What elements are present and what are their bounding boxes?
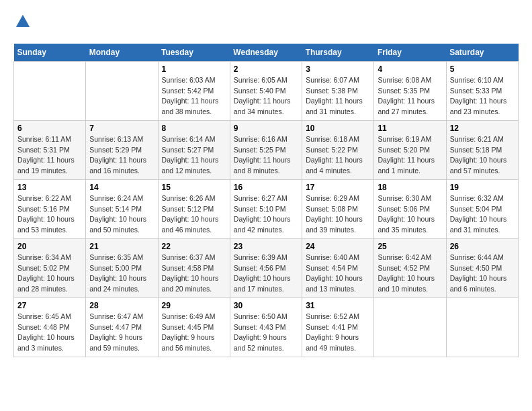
day-number: 22 <box>162 242 226 251</box>
day-number: 31 <box>306 301 370 310</box>
day-number: 28 <box>89 301 154 310</box>
calendar-cell: 14Sunrise: 6:24 AMSunset: 5:14 PMDayligh… <box>86 179 158 238</box>
day-info: Sunrise: 6:32 AMSunset: 5:04 PMDaylight:… <box>450 193 515 236</box>
calendar-cell: 15Sunrise: 6:26 AMSunset: 5:12 PMDayligh… <box>158 179 230 238</box>
week-row-3: 13Sunrise: 6:22 AMSunset: 5:16 PMDayligh… <box>14 179 519 238</box>
calendar-cell: 23Sunrise: 6:39 AMSunset: 4:56 PMDayligh… <box>230 238 302 298</box>
calendar-table: SundayMondayTuesdayWednesdayThursdayFrid… <box>13 44 519 357</box>
calendar-cell: 21Sunrise: 6:35 AMSunset: 5:00 PMDayligh… <box>86 238 158 298</box>
day-info: Sunrise: 6:44 AMSunset: 4:50 PMDaylight:… <box>450 253 515 295</box>
day-number: 14 <box>89 183 154 192</box>
day-number: 2 <box>234 64 298 74</box>
calendar-cell: 17Sunrise: 6:29 AMSunset: 5:08 PMDayligh… <box>302 179 374 238</box>
column-header-wednesday: Wednesday <box>230 44 302 62</box>
day-info: Sunrise: 6:35 AMSunset: 5:00 PMDaylight:… <box>89 253 154 295</box>
day-number: 11 <box>378 124 442 133</box>
column-header-sunday: Sunday <box>14 44 86 62</box>
column-header-friday: Friday <box>374 44 446 62</box>
calendar-cell: 20Sunrise: 6:34 AMSunset: 5:02 PMDayligh… <box>14 238 86 298</box>
calendar-cell: 22Sunrise: 6:37 AMSunset: 4:58 PMDayligh… <box>158 238 230 298</box>
calendar-cell: 11Sunrise: 6:19 AMSunset: 5:20 PMDayligh… <box>374 120 446 179</box>
day-number: 30 <box>234 301 298 310</box>
day-number: 29 <box>162 301 226 310</box>
week-row-1: 1Sunrise: 6:03 AMSunset: 5:42 PMDaylight… <box>14 61 519 120</box>
day-number: 13 <box>17 183 82 192</box>
calendar-cell: 16Sunrise: 6:27 AMSunset: 5:10 PMDayligh… <box>230 179 302 238</box>
calendar-cell: 28Sunrise: 6:47 AMSunset: 4:47 PMDayligh… <box>86 298 158 357</box>
column-header-row: SundayMondayTuesdayWednesdayThursdayFrid… <box>14 44 519 62</box>
day-number: 19 <box>450 183 515 192</box>
calendar-cell: 12Sunrise: 6:21 AMSunset: 5:18 PMDayligh… <box>446 120 518 179</box>
day-info: Sunrise: 6:30 AMSunset: 5:06 PMDaylight:… <box>378 193 442 236</box>
day-info: Sunrise: 6:42 AMSunset: 4:52 PMDaylight:… <box>378 253 442 295</box>
day-number: 20 <box>17 242 82 251</box>
day-number: 25 <box>378 242 442 251</box>
day-number: 15 <box>162 183 226 192</box>
day-info: Sunrise: 6:14 AMSunset: 5:27 PMDaylight:… <box>162 134 226 177</box>
day-info: Sunrise: 6:49 AMSunset: 4:45 PMDaylight:… <box>162 312 226 354</box>
day-number: 27 <box>17 301 82 310</box>
day-number: 23 <box>234 242 298 251</box>
day-info: Sunrise: 6:21 AMSunset: 5:18 PMDaylight:… <box>450 134 515 177</box>
calendar-cell <box>86 61 158 120</box>
calendar-cell <box>14 61 86 120</box>
day-number: 5 <box>450 64 515 74</box>
day-info: Sunrise: 6:08 AMSunset: 5:35 PMDaylight:… <box>378 75 442 118</box>
calendar-cell: 6Sunrise: 6:11 AMSunset: 5:31 PMDaylight… <box>14 120 86 179</box>
day-number: 3 <box>306 64 370 74</box>
day-info: Sunrise: 6:22 AMSunset: 5:16 PMDaylight:… <box>17 193 82 236</box>
day-info: Sunrise: 6:11 AMSunset: 5:31 PMDaylight:… <box>17 134 82 177</box>
calendar-cell: 5Sunrise: 6:10 AMSunset: 5:33 PMDaylight… <box>446 61 518 120</box>
calendar-cell: 24Sunrise: 6:40 AMSunset: 4:54 PMDayligh… <box>302 238 374 298</box>
calendar-cell: 30Sunrise: 6:50 AMSunset: 4:43 PMDayligh… <box>230 298 302 357</box>
day-number: 26 <box>450 242 515 251</box>
calendar-cell: 29Sunrise: 6:49 AMSunset: 4:45 PMDayligh… <box>158 298 230 357</box>
week-row-4: 20Sunrise: 6:34 AMSunset: 5:02 PMDayligh… <box>14 238 519 298</box>
column-header-monday: Monday <box>86 44 158 62</box>
calendar-cell: 9Sunrise: 6:16 AMSunset: 5:25 PMDaylight… <box>230 120 302 179</box>
day-info: Sunrise: 6:16 AMSunset: 5:25 PMDaylight:… <box>234 134 298 177</box>
day-info: Sunrise: 6:34 AMSunset: 5:02 PMDaylight:… <box>17 253 82 295</box>
calendar-cell: 7Sunrise: 6:13 AMSunset: 5:29 PMDaylight… <box>86 120 158 179</box>
day-info: Sunrise: 6:40 AMSunset: 4:54 PMDaylight:… <box>306 253 370 295</box>
calendar-cell: 27Sunrise: 6:45 AMSunset: 4:48 PMDayligh… <box>14 298 86 357</box>
day-info: Sunrise: 6:24 AMSunset: 5:14 PMDaylight:… <box>89 193 154 236</box>
calendar-cell: 19Sunrise: 6:32 AMSunset: 5:04 PMDayligh… <box>446 179 518 238</box>
calendar-cell: 25Sunrise: 6:42 AMSunset: 4:52 PMDayligh… <box>374 238 446 298</box>
calendar-cell: 31Sunrise: 6:52 AMSunset: 4:41 PMDayligh… <box>302 298 374 357</box>
day-number: 16 <box>234 183 298 192</box>
calendar-cell: 10Sunrise: 6:18 AMSunset: 5:22 PMDayligh… <box>302 120 374 179</box>
day-number: 18 <box>378 183 442 192</box>
logo <box>13 13 31 33</box>
calendar-cell: 13Sunrise: 6:22 AMSunset: 5:16 PMDayligh… <box>14 179 86 238</box>
day-info: Sunrise: 6:05 AMSunset: 5:40 PMDaylight:… <box>234 75 298 118</box>
day-number: 4 <box>378 64 442 74</box>
day-info: Sunrise: 6:47 AMSunset: 4:47 PMDaylight:… <box>89 312 154 354</box>
day-number: 10 <box>306 124 370 133</box>
logo-icon <box>15 13 31 30</box>
svg-marker-0 <box>16 15 30 27</box>
day-info: Sunrise: 6:26 AMSunset: 5:12 PMDaylight:… <box>162 193 226 236</box>
day-info: Sunrise: 6:13 AMSunset: 5:29 PMDaylight:… <box>89 134 154 177</box>
calendar-cell: 4Sunrise: 6:08 AMSunset: 5:35 PMDaylight… <box>374 61 446 120</box>
day-info: Sunrise: 6:18 AMSunset: 5:22 PMDaylight:… <box>306 134 370 177</box>
day-number: 12 <box>450 124 515 133</box>
day-info: Sunrise: 6:19 AMSunset: 5:20 PMDaylight:… <box>378 134 442 177</box>
column-header-thursday: Thursday <box>302 44 374 62</box>
day-info: Sunrise: 6:03 AMSunset: 5:42 PMDaylight:… <box>162 75 226 118</box>
day-info: Sunrise: 6:37 AMSunset: 4:58 PMDaylight:… <box>162 253 226 295</box>
calendar-cell: 26Sunrise: 6:44 AMSunset: 4:50 PMDayligh… <box>446 238 518 298</box>
calendar-cell: 3Sunrise: 6:07 AMSunset: 5:38 PMDaylight… <box>302 61 374 120</box>
column-header-tuesday: Tuesday <box>158 44 230 62</box>
day-number: 8 <box>162 124 226 133</box>
week-row-5: 27Sunrise: 6:45 AMSunset: 4:48 PMDayligh… <box>14 298 519 357</box>
calendar-cell <box>374 298 446 357</box>
day-info: Sunrise: 6:29 AMSunset: 5:08 PMDaylight:… <box>306 193 370 236</box>
day-number: 24 <box>306 242 370 251</box>
calendar-cell: 8Sunrise: 6:14 AMSunset: 5:27 PMDaylight… <box>158 120 230 179</box>
column-header-saturday: Saturday <box>446 44 518 62</box>
day-number: 6 <box>17 124 82 133</box>
day-info: Sunrise: 6:45 AMSunset: 4:48 PMDaylight:… <box>17 312 82 354</box>
day-number: 9 <box>234 124 298 133</box>
day-number: 1 <box>162 64 226 74</box>
